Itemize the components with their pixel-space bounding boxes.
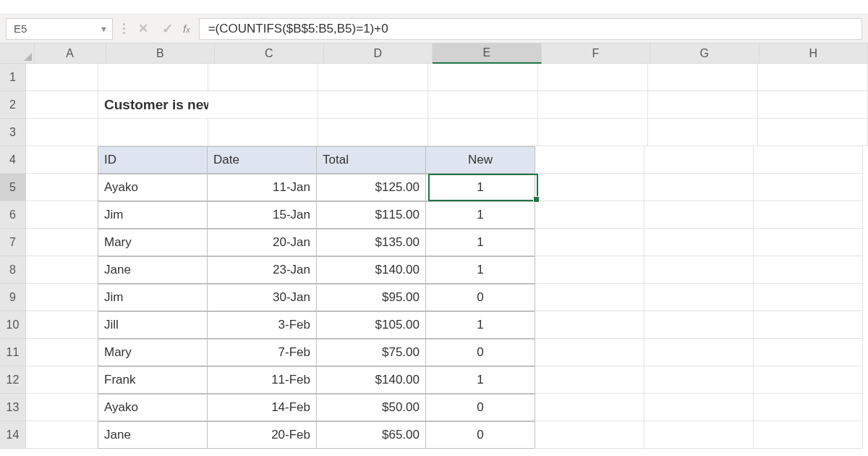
cell-G3[interactable] (648, 119, 758, 146)
row-header-14[interactable]: 14 (0, 421, 26, 449)
cell-B8[interactable]: Jane (98, 256, 208, 284)
grid-body[interactable]: Customer is new ID Date Total New (26, 64, 868, 449)
cell-G5[interactable] (644, 174, 754, 201)
cell-E12[interactable]: 1 (425, 366, 535, 394)
col-header-H[interactable]: H (760, 43, 868, 64)
cell-F5[interactable] (535, 174, 644, 201)
cell-D2[interactable] (318, 91, 428, 119)
cell-B9[interactable]: Jim (98, 284, 208, 311)
row-header-13[interactable]: 13 (0, 394, 26, 421)
cell-H1[interactable] (758, 64, 868, 91)
cell-G13[interactable] (644, 394, 754, 421)
cell-B2[interactable]: Customer is new (98, 91, 208, 119)
cell-F11[interactable] (535, 339, 644, 366)
cell-H14[interactable] (753, 421, 863, 449)
row-header-3[interactable]: 3 (0, 119, 26, 146)
cell-H13[interactable] (753, 394, 863, 421)
cell-A9[interactable] (26, 284, 98, 311)
cell-C5[interactable]: 11-Jan (207, 174, 317, 201)
cell-E6[interactable]: 1 (425, 201, 535, 229)
cell-F10[interactable] (535, 311, 644, 339)
col-header-A[interactable]: A (35, 43, 106, 64)
row-header-8[interactable]: 8 (0, 256, 26, 284)
cell-B1[interactable] (98, 64, 208, 91)
cell-C6[interactable]: 15-Jan (207, 201, 317, 229)
cell-F1[interactable] (538, 64, 648, 91)
row-header-1[interactable]: 1 (0, 64, 26, 91)
chevron-down-icon[interactable]: ▼ (100, 25, 108, 33)
cell-C8[interactable]: 23-Jan (207, 256, 317, 284)
cell-A2[interactable] (26, 91, 98, 119)
cell-G14[interactable] (644, 421, 754, 449)
cell-G12[interactable] (644, 366, 754, 394)
cell-H2[interactable] (758, 91, 868, 119)
cell-C14[interactable]: 20-Feb (207, 421, 317, 449)
cell-A14[interactable] (26, 421, 98, 449)
cell-D6[interactable]: $115.00 (316, 201, 426, 229)
cell-E13[interactable]: 0 (425, 394, 535, 421)
col-header-G[interactable]: G (650, 43, 760, 64)
cell-F6[interactable] (535, 201, 644, 229)
cell-D3[interactable] (318, 119, 428, 146)
cell-B11[interactable]: Mary (98, 339, 208, 366)
cell-H3[interactable] (758, 119, 868, 146)
col-header-B[interactable]: B (106, 43, 216, 64)
cell-A12[interactable] (26, 366, 98, 394)
cell-E2[interactable] (428, 91, 538, 119)
cell-E8[interactable]: 1 (425, 256, 535, 284)
header-total[interactable]: Total (316, 146, 426, 174)
cell-H6[interactable] (753, 201, 863, 229)
cell-G8[interactable] (644, 256, 754, 284)
cell-D12[interactable]: $140.00 (316, 366, 426, 394)
cell-G7[interactable] (644, 229, 754, 256)
cell-G2[interactable] (648, 91, 758, 119)
cell-A3[interactable] (26, 119, 98, 146)
cell-C11[interactable]: 7-Feb (207, 339, 317, 366)
cell-A5[interactable] (26, 174, 98, 201)
cell-G4[interactable] (644, 146, 754, 174)
cell-H12[interactable] (753, 366, 863, 394)
cell-E7[interactable]: 1 (425, 229, 535, 256)
cell-H10[interactable] (753, 311, 863, 339)
row-header-11[interactable]: 11 (0, 339, 26, 366)
cell-B5[interactable]: Ayako (98, 174, 208, 201)
cell-F7[interactable] (535, 229, 644, 256)
col-header-E[interactable]: E (433, 43, 542, 64)
cell-A8[interactable] (26, 256, 98, 284)
cell-F13[interactable] (535, 394, 644, 421)
cell-D1[interactable] (318, 64, 428, 91)
cell-B10[interactable]: Jill (98, 311, 208, 339)
cell-D9[interactable]: $95.00 (316, 284, 426, 311)
name-box[interactable]: E5 ▼ (6, 18, 113, 40)
cell-A10[interactable] (26, 311, 98, 339)
cell-H9[interactable] (753, 284, 863, 311)
header-date[interactable]: Date (207, 146, 317, 174)
cell-A6[interactable] (26, 201, 98, 229)
cell-D11[interactable]: $75.00 (316, 339, 426, 366)
cell-E10[interactable]: 1 (425, 311, 535, 339)
cell-C7[interactable]: 20-Jan (207, 229, 317, 256)
cell-D7[interactable]: $135.00 (316, 229, 426, 256)
cancel-icon[interactable]: ✕ (131, 18, 156, 40)
col-header-F[interactable]: F (542, 43, 651, 64)
cell-B12[interactable]: Frank (98, 366, 208, 394)
row-header-4[interactable]: 4 (0, 146, 26, 174)
formula-input[interactable]: =(COUNTIFS($B$5:B5,B5)=1)+0 (199, 18, 862, 40)
fx-icon[interactable]: fx (180, 22, 199, 35)
cell-F3[interactable] (538, 119, 648, 146)
col-header-C[interactable]: C (215, 43, 324, 64)
row-header-2[interactable]: 2 (0, 91, 26, 119)
col-header-D[interactable]: D (324, 43, 433, 64)
cell-H4[interactable] (753, 146, 863, 174)
cell-F14[interactable] (535, 421, 644, 449)
formula-bar-handle[interactable] (117, 23, 131, 34)
row-header-6[interactable]: 6 (0, 201, 26, 229)
cell-E5[interactable]: 1 (425, 174, 535, 201)
cell-G11[interactable] (644, 339, 754, 366)
cell-E3[interactable] (428, 119, 538, 146)
cell-C13[interactable]: 14-Feb (207, 394, 317, 421)
cell-A1[interactable] (26, 64, 98, 91)
cell-A11[interactable] (26, 339, 98, 366)
cell-F12[interactable] (535, 366, 644, 394)
cell-G1[interactable] (648, 64, 758, 91)
